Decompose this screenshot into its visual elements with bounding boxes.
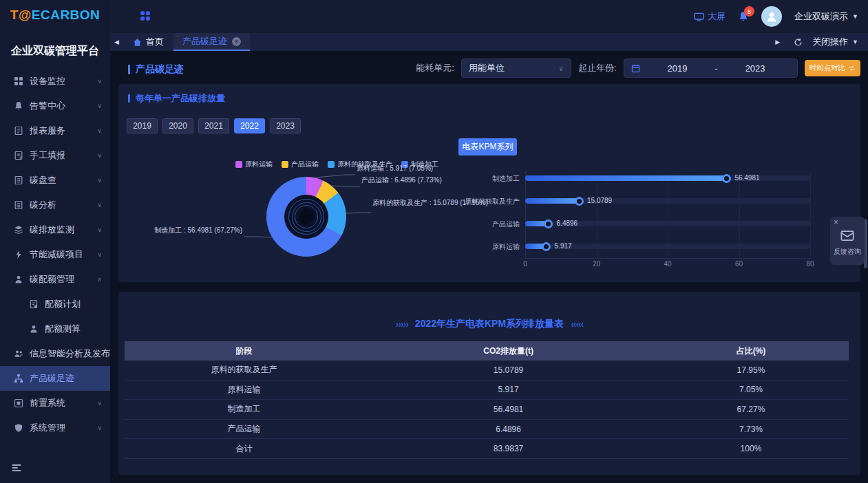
tabs-scroll-left-icon[interactable]: ◀ [110, 39, 123, 45]
refresh-icon[interactable] [794, 38, 803, 47]
year-button-2019[interactable]: 2019 [127, 118, 158, 133]
chevron-down-icon: ∨ [97, 177, 102, 184]
pie-chart [266, 177, 346, 257]
sidebar-item-12[interactable]: 产品碳足迹 [0, 366, 110, 391]
sidebar-item-14[interactable]: 系统管理∨ [0, 416, 110, 440]
time-compare-button[interactable]: 时间点对比 [805, 60, 861, 76]
legend-swatch [282, 161, 288, 168]
feedback-widget[interactable]: × 反馈咨询 [830, 217, 865, 265]
screen-icon [694, 12, 704, 22]
time-compare-label: 时间点对比 [809, 63, 846, 73]
brand-logo: T@ECARBON [0, 8, 110, 23]
sidebar-item-label: 告警中心 [30, 100, 65, 112]
topbar: 大屏 8 企业双碳演示 ▼ [110, 0, 868, 33]
bar-category-label: 产品运输 [444, 219, 520, 229]
grid-line [810, 172, 811, 259]
chevron-down-icon: ∨ [97, 400, 102, 407]
notifications-button[interactable]: 8 [738, 11, 749, 22]
close-operation-label: 关闭操作 [812, 36, 848, 48]
chart-section-title: 每年单一产品碳排放量 [128, 92, 225, 105]
table-cell: 83.9837 [363, 444, 653, 453]
sidebar-item-9[interactable]: 配额计划 [0, 292, 110, 316]
year-button-2023[interactable]: 2023 [270, 118, 301, 133]
page-title-text: 产品碳足迹 [136, 63, 184, 76]
series-button[interactable]: 电表KPM系列 [458, 138, 517, 155]
tab-close-icon[interactable]: × [232, 37, 241, 46]
pie-ring [288, 199, 324, 235]
energy-unit-value: 用能单位 [469, 62, 505, 74]
title-accent-bar [128, 65, 130, 74]
decor-chevrons-right: ‹‹‹‹‹ [571, 319, 583, 330]
year-button-2020[interactable]: 2020 [162, 118, 193, 133]
account-menu[interactable]: 企业双碳演示 ▼ [794, 10, 858, 23]
sidebar-item-3[interactable]: 手工填报∨ [0, 143, 110, 168]
monitor-grid-icon [14, 76, 23, 86]
form-icon [14, 151, 23, 160]
bar [525, 198, 579, 204]
logo-text: ECARBON [32, 8, 100, 22]
close-icon[interactable]: × [834, 217, 838, 227]
year-button-2021[interactable]: 2021 [198, 118, 229, 133]
bar-category-label: 原料的获取及生产 [444, 197, 520, 206]
calendar-icon [631, 64, 640, 73]
collapse-menu-icon[interactable] [11, 462, 22, 473]
swap-icon [848, 65, 856, 72]
bar-category-label: 原料运输 [444, 242, 520, 252]
table-cell: 原料的获取及生产 [125, 364, 363, 376]
year-range-picker[interactable]: 2019 - 2023 [624, 58, 798, 78]
org-icon [14, 374, 23, 383]
calendar-icon [631, 64, 640, 73]
x-axis-tick: 0 [523, 260, 527, 268]
app-window: T@ECARBON 企业双碳管理平台 设备监控∨告警中心∨报表服务∨手工填报∨碳… [0, 0, 868, 483]
notification-badge: 8 [744, 6, 754, 17]
chevron-down-icon: ∨ [97, 103, 102, 109]
legend-item-1[interactable]: 产品运输 [282, 160, 319, 169]
tab-product-carbon-footprint[interactable]: 产品碳足迹 × [173, 33, 250, 51]
sidebar-item-label: 报表服务 [30, 125, 65, 137]
sidebar-item-11[interactable]: 信息智能分析及发布 [0, 341, 110, 366]
sidebar-item-0[interactable]: 设备监控∨ [0, 69, 110, 94]
x-axis-tick: 60 [735, 260, 743, 268]
tabs-scroll-right-icon[interactable]: ▶ [771, 39, 784, 45]
year-button-2022[interactable]: 2022 [234, 118, 265, 133]
filter-bar: 能耗单元: 用能单位 ∨ 起止年份: 2019 - 2023 时间点对比 [416, 58, 860, 78]
year-separator: - [714, 63, 717, 74]
person-icon [29, 324, 39, 334]
table-cell: 15.0789 [363, 365, 653, 375]
mail-icon [840, 228, 855, 243]
sidebar-item-13[interactable]: 前置系统∨ [0, 391, 110, 416]
bar-value-label: 6.4896 [557, 219, 578, 227]
chevron-down-icon: ∨ [97, 425, 102, 431]
topbar-right: 大屏 8 企业双碳演示 ▼ [694, 0, 858, 33]
sidebar-item-1[interactable]: 告警中心∨ [0, 94, 110, 118]
year-end-value[interactable]: 2023 [721, 63, 790, 74]
table-cell: 56.4981 [363, 405, 653, 414]
shield-icon [14, 423, 23, 433]
legend-label: 产品运输 [291, 160, 319, 169]
energy-unit-select[interactable]: 用能单位 ∨ [461, 58, 571, 78]
doc-badge-icon [29, 299, 39, 309]
table-cell: 7.05% [653, 385, 849, 394]
people-icon [14, 349, 23, 358]
chart-section-title-text: 每年单一产品碳排放量 [136, 92, 225, 105]
sidebar-item-7[interactable]: 节能减碳项目∨ [0, 242, 110, 267]
sidebar-item-6[interactable]: 碳排放监测∨ [0, 217, 110, 242]
tab-label: 产品碳足迹 [182, 35, 227, 47]
table-cell: 67.27% [653, 405, 849, 414]
sidebar-item-8[interactable]: 碳配额管理∧ [0, 267, 110, 292]
apps-grid-icon[interactable] [140, 10, 151, 21]
close-operation-menu[interactable]: 关闭操作 ▼ [812, 36, 858, 48]
legend-item-0[interactable]: 原料运输 [235, 160, 273, 169]
page-title: 产品碳足迹 [128, 63, 184, 76]
sidebar-item-label: 节能减碳项目 [30, 248, 83, 261]
bar-end-marker [722, 174, 731, 183]
sidebar-item-label: 配额计划 [45, 298, 81, 310]
avatar[interactable] [761, 6, 782, 27]
sidebar-item-2[interactable]: 报表服务∨ [0, 118, 110, 143]
sidebar-item-5[interactable]: 碳分析∨ [0, 193, 110, 217]
sidebar-item-4[interactable]: 碳盘查∨ [0, 168, 110, 193]
big-screen-button[interactable]: 大屏 [694, 10, 726, 23]
sidebar-item-10[interactable]: 配额测算 [0, 316, 110, 341]
tab-home[interactable]: 首页 [123, 33, 173, 51]
year-start-value[interactable]: 2019 [643, 63, 712, 74]
